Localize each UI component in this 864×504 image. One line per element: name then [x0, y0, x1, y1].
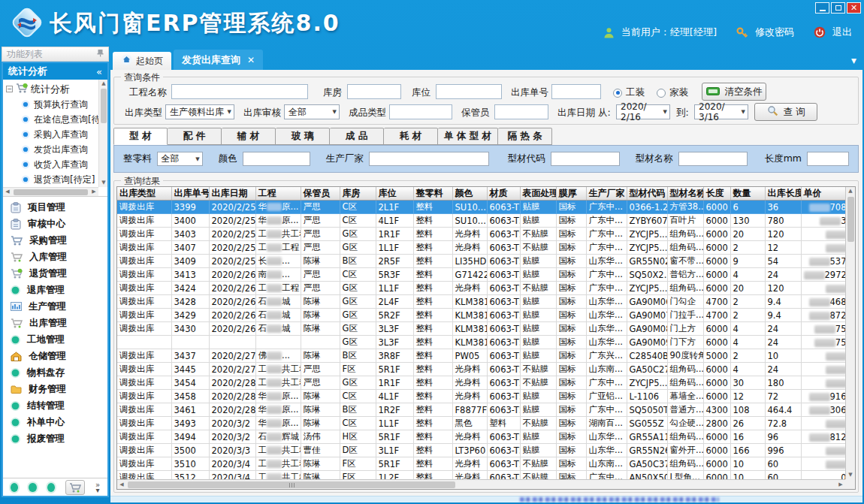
grid-cell[interactable]: 3510 [171, 457, 209, 471]
grid-cell[interactable]: 不贴膜 [520, 376, 556, 390]
grid-cell[interactable]: 不贴膜 [520, 228, 556, 241]
tab-shipping-query[interactable]: 发货出库查询 ✕ [174, 50, 263, 70]
grid-cell[interactable]: 3403 [171, 228, 209, 241]
grid-cell[interactable]: 整料 [413, 295, 452, 309]
grid-cell[interactable]: 调拨出库 [117, 282, 171, 295]
grid-cell[interactable]: 调拨出库 [117, 376, 171, 390]
tree-root-stats[interactable]: − 统计分析 [3, 81, 98, 97]
grid-cell[interactable]: KLM3817 [452, 309, 487, 322]
grid-cell[interactable]: 陈琳 [301, 322, 340, 336]
grid-cell[interactable]: ZYCJP5... [627, 241, 667, 255]
grid-cell[interactable]: 华原... [255, 214, 301, 228]
grid-cell[interactable]: 陈琳 [301, 255, 340, 268]
grid-cell[interactable]: B区 [340, 349, 376, 363]
scroll-up-icon[interactable]: ▲ [846, 187, 855, 195]
circle-icon[interactable] [29, 483, 36, 492]
out-type-select[interactable]: 生产领料出库▼ [165, 104, 234, 119]
grid-cell[interactable]: B区 [340, 403, 376, 417]
grid-cell[interactable]: 光身料 [452, 241, 487, 255]
grid-cell[interactable]: 调拨出库 [117, 322, 171, 336]
grid-cell[interactable]: 537 [801, 255, 845, 268]
sidebar-menu-item[interactable]: 入库管理 [3, 249, 107, 265]
grid-cell[interactable]: 贴膜 [520, 255, 556, 268]
audit-select[interactable]: 全部▼ [284, 104, 340, 119]
grid-cell[interactable]: 国标 [556, 390, 586, 403]
grid-cell[interactable]: 整料 [413, 444, 452, 457]
date-from-picker[interactable]: 2020/ 2/16▼ [616, 104, 670, 119]
grid-cell[interactable]: 整料 [413, 471, 452, 480]
grid-cell[interactable]: 调拨出库 [117, 255, 171, 268]
grid-cell[interactable]: 20 [730, 282, 765, 295]
grid-cell[interactable]: 4700 [703, 309, 730, 322]
grid-cell[interactable]: 5R2F [376, 309, 413, 322]
grid-cell[interactable]: 整料 [413, 336, 452, 349]
grid-cell[interactable]: 国标 [556, 295, 586, 309]
grid-cell[interactable]: 72.8 [765, 417, 801, 430]
grid-cell[interactable]: G区 [340, 282, 376, 295]
grid-cell[interactable]: 464.4 [765, 403, 801, 417]
grid-cell[interactable]: 90度转角 [667, 349, 703, 363]
radio-jiazhuang[interactable]: 家装 [657, 86, 688, 99]
grid-cell[interactable]: GR55N02 [627, 255, 667, 268]
column-header[interactable]: 材质 [487, 187, 520, 201]
grid-cell[interactable]: 10 [730, 471, 765, 480]
grid-cell[interactable]: 整料 [413, 282, 452, 295]
maximize-button[interactable] [831, 2, 845, 14]
grid-cell[interactable]: 4300 [703, 403, 730, 417]
grid-cell[interactable]: 贴膜 [520, 309, 556, 322]
tree-horizontal-scrollbar[interactable]: ◀ ▶ [3, 187, 98, 196]
grid-cell[interactable]: 60 [765, 457, 801, 471]
grid-cell[interactable]: 整料 [413, 268, 452, 282]
sidebar-menu-item[interactable]: 物料盘存 [3, 364, 107, 381]
grid-cell[interactable]: G区 [340, 376, 376, 390]
grid-cell[interactable]: 1R1F [376, 228, 413, 241]
logout-link[interactable]: 退出 [832, 26, 852, 39]
circle-icon[interactable] [11, 483, 18, 492]
grid-cell[interactable]: GA50C37 [627, 457, 667, 471]
grid-cell[interactable]: 1R2F [376, 403, 413, 417]
table-row[interactable]: 调拨出库34242020/2/26工工程严思G区1L1F整料光身料6063-T5… [117, 282, 845, 295]
grid-cell[interactable]: 普铝方... [667, 268, 703, 282]
grid-cell[interactable]: 16 [730, 430, 765, 444]
grid-cell[interactable]: 166 [730, 444, 765, 457]
grid-cell[interactable]: 严思 [301, 228, 340, 241]
grid-cell[interactable]: 20 [730, 228, 765, 241]
grid-cell[interactable]: 组角码... [667, 430, 703, 444]
grid-cell[interactable]: 708 [801, 201, 845, 214]
grid-cell[interactable]: 贴膜 [520, 268, 556, 282]
grid-cell[interactable]: 组角码... [667, 282, 703, 295]
grid-cell[interactable]: 6063-T5 [487, 255, 520, 268]
grid-cell[interactable]: 6000 [703, 336, 730, 349]
grid-cell[interactable]: 调拨出库 [117, 363, 171, 376]
grid-cell[interactable]: 工工程 [255, 282, 301, 295]
grid-horizontal-scrollbar[interactable]: ◀ ▶ [117, 479, 845, 489]
grid-cell[interactable]: 调拨出库 [117, 417, 171, 430]
grid-cell[interactable]: 石城 [255, 309, 301, 322]
grid-cell[interactable]: 工工程 [255, 241, 301, 255]
grid-cell[interactable]: 调拨出库 [117, 241, 171, 255]
grid-cell[interactable]: 3445 [171, 363, 209, 376]
column-header[interactable]: 型材名称 [667, 187, 703, 201]
grid-cell[interactable]: 方管38... [667, 201, 703, 214]
grid-cell[interactable]: 6063-T5 [487, 471, 520, 480]
grid-cell[interactable]: F8877FT [452, 403, 487, 417]
grid-cell[interactable]: 3454 [171, 376, 209, 390]
grid-cell[interactable]: 国标 [556, 403, 586, 417]
grid-cell[interactable]: 贴膜 [520, 430, 556, 444]
grid-cell[interactable]: 2020/2/25 [209, 214, 255, 228]
grid-cell[interactable]: 5R3F [376, 268, 413, 282]
grid-cell[interactable]: 3512 [171, 471, 209, 480]
sidebar-menu-item[interactable]: 生产管理 [3, 298, 107, 315]
grid-cell[interactable]: GR55A11 [627, 430, 667, 444]
grid-cell[interactable]: 4 [730, 268, 765, 282]
grid-cell[interactable]: KLM3817 [452, 322, 487, 336]
grid-cell[interactable]: 整料 [413, 376, 452, 390]
maker-input[interactable] [369, 152, 489, 166]
tree-item[interactable]: 在途信息查询[待 [3, 112, 98, 127]
grid-cell[interactable]: 调拨出库 [117, 403, 171, 417]
grid-cell[interactable]: 陈琳 [301, 295, 340, 309]
profile-code-input[interactable] [551, 152, 620, 166]
grid-cell[interactable]: 3L3F [376, 336, 413, 349]
grid-cell[interactable]: 6000 [703, 322, 730, 336]
table-row[interactable]: 调拨出库35122020/3/4工共工程陈琳F区1L2F整料光身料6063-T5… [117, 471, 845, 480]
